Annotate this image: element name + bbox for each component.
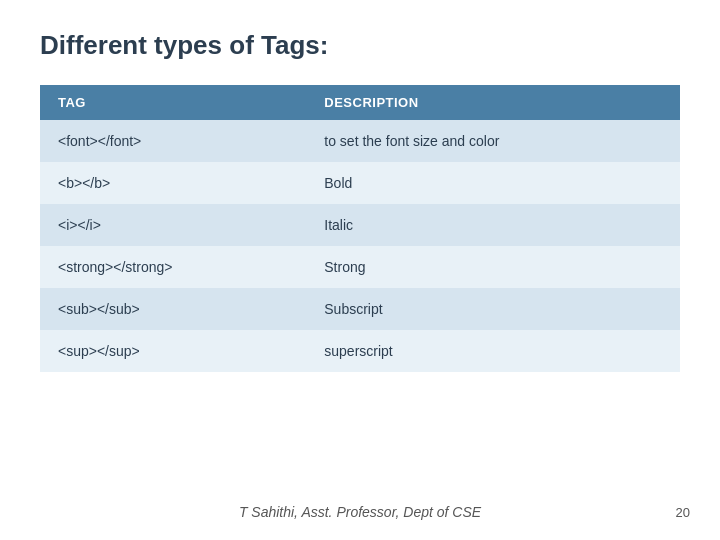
- table-row: <sup></sup>superscript: [40, 330, 680, 372]
- description-cell: Strong: [306, 246, 680, 288]
- col-header-description: DESCRIPTION: [306, 85, 680, 120]
- table-row: <strong></strong>Strong: [40, 246, 680, 288]
- description-cell: superscript: [306, 330, 680, 372]
- page-title: Different types of Tags:: [40, 30, 680, 61]
- description-cell: Subscript: [306, 288, 680, 330]
- tag-cell: <font></font>: [40, 120, 306, 162]
- tag-cell: <i></i>: [40, 204, 306, 246]
- table-row: <font></font>to set the font size and co…: [40, 120, 680, 162]
- table-row: <sub></sub>Subscript: [40, 288, 680, 330]
- description-cell: Bold: [306, 162, 680, 204]
- description-cell: Italic: [306, 204, 680, 246]
- footer-text: T Sahithi, Asst. Professor, Dept of CSE: [0, 504, 720, 520]
- table-row: <i></i>Italic: [40, 204, 680, 246]
- tag-cell: <sub></sub>: [40, 288, 306, 330]
- table-header-row: TAG DESCRIPTION: [40, 85, 680, 120]
- tag-cell: <sup></sup>: [40, 330, 306, 372]
- table-row: <b></b>Bold: [40, 162, 680, 204]
- col-header-tag: TAG: [40, 85, 306, 120]
- page-number: 20: [676, 505, 690, 520]
- page: Different types of Tags: TAG DESCRIPTION…: [0, 0, 720, 540]
- tag-cell: <strong></strong>: [40, 246, 306, 288]
- tags-table: TAG DESCRIPTION <font></font>to set the …: [40, 85, 680, 372]
- tag-cell: <b></b>: [40, 162, 306, 204]
- description-cell: to set the font size and color: [306, 120, 680, 162]
